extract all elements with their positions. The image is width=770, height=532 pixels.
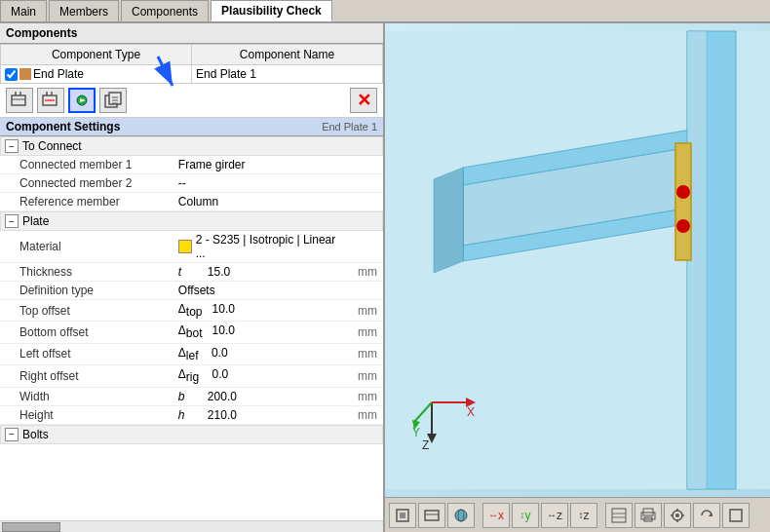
collapse-plate[interactable]: − [5, 214, 19, 228]
main-layout: Components Component Type Component Name… [0, 23, 770, 532]
svg-rect-49 [425, 511, 439, 520]
fullscreen-btn[interactable] [722, 503, 750, 528]
svg-point-51 [455, 510, 467, 521]
copy-icon [104, 92, 122, 109]
svg-rect-53 [612, 509, 626, 522]
3d-viewport[interactable]: Z Y X [385, 23, 770, 497]
viewport-toolbar: ↔x ↕y ↔z ↕z [385, 497, 770, 532]
svg-text:Z: Z [422, 438, 429, 451]
prop-reference-member: Reference member Column [0, 193, 383, 211]
axis-y-btn[interactable]: ↕y [512, 503, 539, 528]
svg-point-60 [675, 513, 679, 517]
remove-component-btn[interactable] [37, 88, 64, 113]
settings-header: Component Settings End Plate 1 [0, 118, 383, 136]
axis-z2-btn[interactable]: ↕z [570, 503, 597, 528]
components-header: Components [0, 23, 383, 44]
svg-text:Y: Y [412, 426, 420, 439]
view-render-btn[interactable] [447, 503, 475, 528]
remove-icon [42, 92, 59, 109]
copy-component-btn[interactable] [99, 88, 127, 113]
axis-indicator: Z Y X [412, 383, 481, 454]
col-type-header: Component Type [1, 45, 192, 65]
collapse-to-connect[interactable]: − [5, 139, 19, 153]
prop-material: Material 2 - S235 | Isotropic | Linear .… [0, 231, 383, 263]
axis-svg: Z Y X [412, 383, 481, 451]
section-to-connect: − To Connect [0, 136, 383, 156]
edit-component-btn[interactable] [68, 88, 96, 113]
prop-connected-member-1: Connected member 1 Frame girder [0, 156, 383, 174]
prop-connected-member-2: Connected member 2 -- [0, 174, 383, 193]
prop-bottom-offset: Bottom offset Δbot 10.0 mm [0, 322, 383, 343]
prop-top-offset: Top offset Δtop 10.0 mm [0, 300, 383, 322]
new-component-btn[interactable] [6, 88, 33, 113]
svg-marker-32 [675, 143, 691, 260]
collapse-bolts[interactable]: − [5, 428, 19, 441]
prop-definition-type: Definition type Offsets [0, 282, 383, 300]
prop-width: Width b 200.0 mm [0, 387, 383, 405]
name-cell: End Plate 1 [192, 65, 383, 84]
material-color-icon [178, 240, 192, 253]
axis-z-btn[interactable]: ↔z [541, 503, 568, 528]
svg-text:X: X [467, 405, 475, 419]
tab-main[interactable]: Main [0, 0, 47, 21]
view-mode-btn[interactable] [605, 503, 633, 528]
svg-point-34 [676, 219, 690, 233]
tab-bar: Main Members Components Plausibility Che… [0, 0, 770, 23]
view-front-btn[interactable] [418, 503, 445, 528]
left-panel: Components Component Type Component Name… [0, 23, 385, 532]
svg-rect-2 [12, 95, 25, 105]
rotate-btn[interactable] [693, 503, 720, 528]
settings-subtitle: End Plate 1 [322, 121, 377, 133]
tab-members[interactable]: Members [49, 0, 119, 21]
type-color-box [19, 68, 31, 80]
view-fit-btn[interactable] [389, 503, 416, 528]
horizontal-scrollbar[interactable] [0, 520, 383, 532]
svg-rect-48 [400, 513, 405, 518]
settings-view-btn[interactable] [664, 503, 691, 528]
delete-btn[interactable]: ✕ [350, 88, 377, 113]
section-plate: − Plate [0, 211, 383, 231]
col-name-header: Component Name [192, 45, 383, 65]
tab-components[interactable]: Components [121, 0, 209, 21]
prop-left-offset: Left offset Δlef 0.0 mm [0, 343, 383, 364]
to-connect-props: Connected member 1 Frame girder Connecte… [0, 156, 383, 211]
section-bolts: − Bolts [0, 425, 383, 444]
svg-point-33 [676, 185, 690, 199]
tab-plausibility[interactable]: Plausibility Check [211, 0, 332, 21]
prop-right-offset: Right offset Δrig 0.0 mm [0, 365, 383, 387]
table-row: End Plate End Plate 1 [1, 65, 383, 84]
components-table: Component Type Component Name End Plate … [0, 44, 383, 84]
type-cell: End Plate [1, 65, 192, 84]
settings-body: − To Connect Connected member 1 Frame gi… [0, 136, 383, 520]
scroll-thumb[interactable] [2, 522, 60, 532]
settings-title: Component Settings [6, 120, 120, 133]
prop-thickness: Thickness t 15.0 mm [0, 263, 383, 282]
edit-icon [73, 92, 91, 109]
svg-line-41 [414, 402, 432, 422]
print-btn[interactable] [635, 503, 662, 528]
svg-rect-13 [109, 93, 121, 104]
component-toolbar: ✕ [0, 84, 383, 118]
axis-x-btn[interactable]: ↔x [482, 503, 510, 528]
plate-props: Material 2 - S235 | Isotropic | Linear .… [0, 231, 383, 425]
prop-height: Height h 210.0 mm [0, 405, 383, 424]
row-checkbox[interactable] [5, 68, 18, 81]
svg-marker-37 [434, 168, 463, 273]
right-panel: Z Y X [385, 23, 770, 532]
svg-rect-66 [730, 510, 742, 521]
add-icon [11, 92, 28, 109]
